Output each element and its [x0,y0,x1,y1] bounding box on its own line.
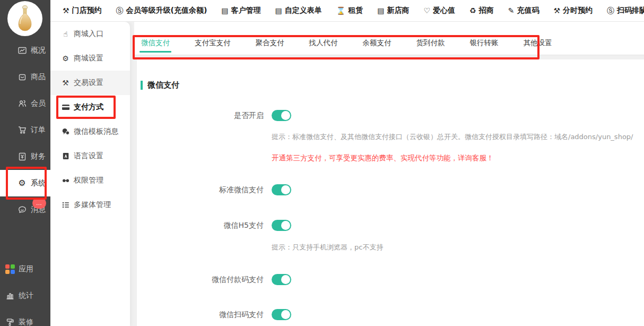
toolbar-item-new-store[interactable]: ▤ 新店商 [377,6,409,15]
submenu-item-label: 多媒体管理 [74,200,111,210]
recycle-icon: ♻ [469,7,476,14]
toolbar-item-label: 门店预约 [72,6,102,15]
toolbar-item-scan-queue[interactable]: Ⓢ 扫码排队 [607,6,644,15]
credit-card-icon [61,103,70,112]
form-row-wechat-h5-pay: 微信H5支付 [137,220,644,231]
sidebar-item-label: 商品 [31,72,46,82]
toggle-standard-wechat-pay[interactable] [272,184,291,195]
submenu-item-media-management[interactable]: 多媒体管理 [50,193,130,217]
tab-pay-on-behalf[interactable]: 找人代付 [308,33,340,55]
bulleted-list-icon [61,201,70,210]
sidebar-item-members[interactable]: 会员 [0,90,50,117]
sidebar-item-label: 系统 [31,178,46,188]
submenu-item-label: 商城设置 [74,54,103,63]
submenu-item-label: 语言设置 [74,151,103,161]
hourglass-icon: ⌛ [336,7,345,14]
toolbar-item-store-reservation[interactable]: ⚒ 门店预约 [63,6,102,15]
heart-icon: ♡ [424,7,431,14]
tab-balance-pay[interactable]: 余额支付 [361,33,393,55]
submenu-item-payment-method[interactable]: 支付方式 [50,95,130,119]
submenu-item-label: 支付方式 [74,102,103,112]
field-label: 是否开启 [137,111,264,121]
submenu-item-mall-entry[interactable]: ☝ 商城入口 [50,22,130,46]
form-row-enable: 是否开启 [137,110,644,121]
wechat-pay-settings-panel: 微信支付 是否开启 提示：标准微信支付、及其他微信支付接口（云收银）总开关。微信… [137,59,644,326]
submenu-item-mall-settings[interactable]: ⚙ 商城设置 [50,46,130,71]
sidebar-item-decorate[interactable]: 装修 [0,309,50,326]
submenu-item-label: 交易设置 [74,78,103,88]
toggle-enable[interactable] [272,110,291,121]
submenu-item-permission-management[interactable]: 权限管理 [50,168,130,193]
submenu-item-wechat-template-message[interactable]: 微信模板消息 [50,119,130,144]
brand-logo-avatar[interactable] [7,1,42,36]
toolbar-item-label: 充值码 [517,6,539,15]
sidebar-item-orders[interactable]: 订单 [0,117,50,143]
h5-hint-text: 提示：只支持手机浏览器，pc不支持 [272,243,383,252]
sidebar-nav-top: 概况 商品 会员 订单 [0,37,50,223]
tab-wechat-pay[interactable]: 微信支付 [140,33,171,55]
field-label: 微信扫码支付 [137,310,264,320]
wechat-bubbles-icon [61,127,70,136]
toolbar-item-member-upgrade[interactable]: Ⓢ 会员等级升级(充值余额) [116,6,207,15]
sidebar-item-finance[interactable]: 财务 [0,143,50,170]
toggle-wechat-h5-pay[interactable] [272,220,291,231]
toolbar-item-leasing[interactable]: ⌛ 租赁 [336,6,363,15]
bar-chart-icon [5,291,15,301]
sidebar-item-overview[interactable]: 概况 [0,37,50,64]
toolbar-item-label: 招商 [479,6,494,15]
sidebar-item-label: 装修 [19,318,33,326]
perfume-bottle-icon [12,4,38,33]
toolbar-item-recharge-code[interactable]: ✎ 充值码 [508,6,539,15]
sidebar-item-label: 会员 [31,99,46,108]
tab-other-settings[interactable]: 其他设置 [522,33,554,55]
settings-submenu: ☝ 商城入口 ⚙ 商城设置 ⚒ 交易设置 支付方式 微信模板消息 [50,22,130,326]
toolbar-item-investment[interactable]: ♻ 招商 [469,6,494,15]
sidebar-item-label: 财务 [31,152,46,161]
tag-icon: ✎ [508,7,515,14]
payment-tabs: 微信支付 支付宝支付 聚合支付 找人代付 余额支付 货到付款 银行转账 其他设置 [134,22,644,55]
enable-hint-text: 提示：标准微信支付、及其他微信支付接口（云收银）总开关。微信支付授权目录填写路径… [272,132,633,142]
submenu-item-label: 商城入口 [74,29,103,39]
field-label: 微信H5支付 [137,221,264,230]
s-circle-icon: Ⓢ [607,7,614,14]
section-title: 微信支付 [147,80,179,90]
overview-monitor-icon [17,46,27,56]
submenu-item-trade-settings[interactable]: ⚒ 交易设置 [50,71,130,95]
toolbar-item-label: 分时预约 [563,6,593,15]
toolbar-item-label: 客户管理 [231,6,261,15]
toolbar-item-label: 会员等级升级(充值余额) [126,6,207,15]
toolbar-item-label: 爱心值 [433,6,455,15]
shopping-bag-icon [17,72,27,82]
form-icon: ▤ [275,7,282,14]
language-book-icon [61,152,70,161]
toolbar-item-custom-form[interactable]: ▤ 自定义表单 [275,6,322,15]
tab-cash-on-delivery[interactable]: 货到付款 [415,33,447,55]
sidebar-item-statistics[interactable]: 统计 [0,282,50,309]
sidebar-item-system[interactable]: ⚙ 系统 [0,170,50,196]
toggle-wechat-paycode[interactable] [272,274,291,285]
sidebar-item-label: 应用 [19,264,33,274]
tab-alipay[interactable]: 支付宝支付 [193,33,232,55]
tab-bank-transfer[interactable]: 银行转账 [468,33,500,55]
sidebar-item-apps[interactable]: 应用 [0,256,50,282]
top-toolbar: ⚒ 门店预约 Ⓢ 会员等级升级(充值余额) ▤ 客户管理 ▤ 自定义表单 ⌛ 租… [50,0,644,22]
form-icon: ▤ [377,7,384,14]
toolbar-item-customer-management[interactable]: ▤ 客户管理 [221,6,260,15]
toolbar-overflow-icon[interactable]: ⚒ [640,7,644,16]
sidebar-item-goods[interactable]: 商品 [0,64,50,90]
chat-bubble-icon [17,205,27,215]
toolbar-item-love-value[interactable]: ♡ 爱心值 [424,6,456,15]
gear-icon: ⚙ [17,178,27,188]
tab-aggregate-pay[interactable]: 聚合支付 [254,33,286,55]
gear-icon: ⚙ [61,54,70,63]
toolbar-item-timeslot-reservation[interactable]: ⚒ 分时预约 [553,6,593,15]
sidebar-nav-bottom: 应用 统计 装修 [0,256,50,326]
sidebar-item-label: 统计 [19,291,33,301]
submenu-item-language-settings[interactable]: 语言设置 [50,144,130,168]
cart-icon [17,125,27,135]
toggle-wechat-scan-pay[interactable] [272,309,291,320]
gavel-icon: ⚒ [63,7,69,14]
section-accent-bar [141,81,143,90]
form-row-standard-wechat-pay: 标准微信支付 [137,184,644,195]
admin-page: 概况 商品 会员 订单 [0,0,644,326]
